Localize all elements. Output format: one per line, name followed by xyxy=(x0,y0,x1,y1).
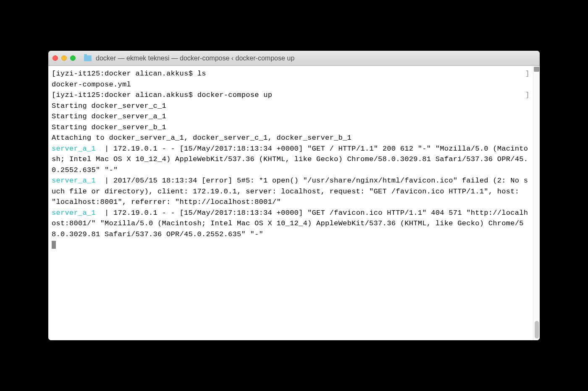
scrollbar-gutter-icon[interactable] xyxy=(534,67,539,72)
log-prefix: server_a_1 xyxy=(52,177,105,185)
terminal-window: docker — ekmek teknesi — docker-compose … xyxy=(48,51,540,340)
terminal-body: ][iyzi-it125:docker alican.akkus$ ls doc… xyxy=(48,66,540,340)
log-prefix: server_a_1 xyxy=(52,145,105,153)
traffic-lights xyxy=(52,55,76,61)
prompt-open: [ xyxy=(52,70,56,78)
ls-output: docker-compose.yml xyxy=(52,81,131,89)
prompt-folder: docker xyxy=(105,70,131,78)
command-compose-up: docker-compose up xyxy=(197,91,273,99)
prompt-open: [ xyxy=(52,91,56,99)
prompt-symbol: $ xyxy=(189,91,193,99)
minimize-button[interactable] xyxy=(61,55,67,61)
window-titlebar[interactable]: docker — ekmek teknesi — docker-compose … xyxy=(48,51,540,66)
log-line: | 2017/05/15 18:13:34 [error] 5#5: *1 op… xyxy=(52,177,528,206)
log-line: | 172.19.0.1 - - [15/May/2017:18:13:34 +… xyxy=(52,209,528,238)
scrollbar[interactable] xyxy=(533,66,540,340)
prompt-folder: docker xyxy=(105,91,131,99)
scrollbar-thumb[interactable] xyxy=(535,321,539,339)
right-bracket: ] xyxy=(525,90,530,101)
starting-line: Starting docker_server_b_1 xyxy=(52,123,166,131)
starting-line: Starting docker_server_a_1 xyxy=(52,112,166,120)
command-ls: ls xyxy=(197,70,206,78)
maximize-button[interactable] xyxy=(70,55,76,61)
prompt-host: iyzi-it125 xyxy=(56,91,100,99)
cursor xyxy=(52,241,56,249)
prompt-host: iyzi-it125 xyxy=(56,70,100,78)
starting-line: Starting docker_server_c_1 xyxy=(52,102,166,110)
log-prefix: server_a_1 xyxy=(52,209,105,217)
folder-icon xyxy=(84,55,92,61)
close-button[interactable] xyxy=(52,55,58,61)
log-line: | 172.19.0.1 - - [15/May/2017:18:13:34 +… xyxy=(52,145,528,174)
prompt-user: alican.akkus xyxy=(136,91,189,99)
right-bracket: ] xyxy=(525,68,530,79)
attaching-line: Attaching to docker_server_a_1, docker_s… xyxy=(52,134,352,142)
prompt-user: alican.akkus xyxy=(136,70,189,78)
window-title: docker — ekmek teknesi — docker-compose … xyxy=(96,55,294,62)
prompt-symbol: $ xyxy=(189,70,193,78)
terminal-output[interactable]: ][iyzi-it125:docker alican.akkus$ ls doc… xyxy=(48,66,533,340)
